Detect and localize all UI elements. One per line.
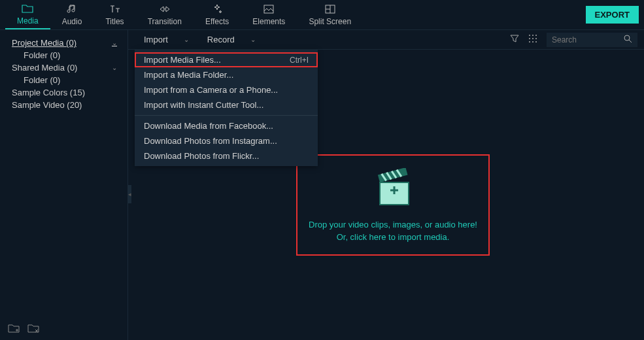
nav-transition[interactable]: Transition <box>136 1 194 29</box>
svg-point-8 <box>529 41 530 42</box>
chevron-down-icon: ⌄ <box>112 64 117 71</box>
media-drop-zone[interactable]: Drop your video clips, images, or audio … <box>296 154 490 256</box>
dropzone-text-1: Drop your video clips, images, or audio … <box>309 220 477 230</box>
chevron-down-icon: ⌄ <box>112 39 117 46</box>
search-icon[interactable] <box>624 35 632 45</box>
nav-label: Transition <box>148 17 182 26</box>
sidebar-label: Sample Video (20) <box>12 100 82 110</box>
search-input[interactable] <box>552 35 598 44</box>
menu-import-media-files[interactable]: Import Media Files... Ctrl+I <box>135 52 318 67</box>
svg-point-4 <box>535 35 537 36</box>
menu-shortcut: Ctrl+I <box>290 56 309 65</box>
sidebar-label: Folder (0) <box>24 50 60 60</box>
split-icon <box>325 3 335 15</box>
sidebar-label: Folder (0) <box>24 75 60 85</box>
nav-elements[interactable]: Elements <box>241 1 297 29</box>
import-button[interactable]: Import ⌄ <box>135 35 198 44</box>
nav-titles[interactable]: Titles <box>93 1 135 29</box>
svg-point-9 <box>532 41 534 42</box>
nav-media[interactable]: Media <box>5 0 50 29</box>
sidebar-label: Shared Media (0) <box>12 63 77 73</box>
svg-point-6 <box>532 38 534 39</box>
top-nav: Media Audio Titles Transition Effects El… <box>0 0 644 30</box>
nav-splitscreen[interactable]: Split Screen <box>297 1 363 29</box>
menu-label: Download Photos from Flickr... <box>144 151 259 161</box>
menu-import-camera[interactable]: Import from a Camera or a Phone... <box>135 82 318 97</box>
menu-label: Import from a Camera or a Phone... <box>144 85 278 95</box>
menu-import-media-folder[interactable]: Import a Media Folder... <box>135 67 318 82</box>
chevron-down-icon: ⌄ <box>250 36 256 43</box>
add-folder-icon[interactable] <box>8 324 20 335</box>
nav-audio[interactable]: Audio <box>50 1 94 29</box>
menu-download-instagram[interactable]: Download Photos from Instagram... <box>135 133 318 148</box>
svg-rect-0 <box>264 5 273 13</box>
sidebar-project-folder[interactable]: Folder (0) <box>0 49 127 61</box>
nav-label: Media <box>17 16 39 26</box>
menu-download-flickr[interactable]: Download Photos from Flickr... <box>135 148 318 163</box>
main: Project Media (0) ⌄ Folder (0) Shared Me… <box>0 30 644 340</box>
sidebar-shared-folder[interactable]: Folder (0) <box>0 74 127 86</box>
sidebar: Project Media (0) ⌄ Folder (0) Shared Me… <box>0 30 128 340</box>
content-area: Import ⌄ Record ⌄ <box>128 30 644 340</box>
toolbar-right <box>510 33 637 47</box>
menu-separator <box>135 115 318 116</box>
svg-point-11 <box>624 35 630 41</box>
sidebar-sample-video[interactable]: Sample Video (20) <box>0 99 127 111</box>
menu-label: Import with Instant Cutter Tool... <box>144 100 263 110</box>
search-box <box>547 33 637 47</box>
sidebar-shared-media[interactable]: Shared Media (0) ⌄ <box>0 61 127 74</box>
folder-icon <box>22 3 33 14</box>
button-label: Import <box>144 35 168 44</box>
music-icon <box>67 3 77 15</box>
sidebar-project-media[interactable]: Project Media (0) ⌄ <box>0 37 127 49</box>
menu-label: Download Media from Facebook... <box>144 121 273 131</box>
menu-download-facebook[interactable]: Download Media from Facebook... <box>135 118 318 133</box>
toolbar: Import ⌄ Record ⌄ <box>128 30 644 50</box>
svg-point-7 <box>535 38 537 39</box>
sidebar-label: Sample Colors (15) <box>12 88 85 97</box>
menu-label: Download Photos from Instagram... <box>144 136 277 146</box>
nav-effects[interactable]: Effects <box>194 1 241 29</box>
nav-label: Split Screen <box>309 17 351 26</box>
svg-point-10 <box>535 41 537 42</box>
button-label: Record <box>207 35 235 44</box>
clapperboard-icon <box>371 168 415 209</box>
nav-label: Elements <box>252 17 285 26</box>
menu-label: Import a Media Folder... <box>144 70 233 80</box>
remove-folder-icon[interactable] <box>27 324 39 335</box>
text-icon <box>110 3 120 15</box>
grid-icon[interactable] <box>528 34 537 45</box>
record-button[interactable]: Record ⌄ <box>198 35 265 44</box>
sidebar-sample-colors[interactable]: Sample Colors (15) <box>0 86 127 99</box>
nav-label: Titles <box>105 17 124 26</box>
menu-import-cutter[interactable]: Import with Instant Cutter Tool... <box>135 97 318 112</box>
svg-point-5 <box>529 38 530 39</box>
transition-icon <box>159 3 171 15</box>
chevron-down-icon: ⌄ <box>184 36 189 43</box>
nav-label: Audio <box>62 17 82 26</box>
sparkle-icon <box>212 3 222 15</box>
image-icon <box>263 3 274 15</box>
nav-label: Effects <box>205 17 229 26</box>
sidebar-bottom-actions <box>8 324 39 335</box>
menu-label: Import Media Files... <box>144 55 221 65</box>
sidebar-label: Project Media (0) <box>12 38 76 48</box>
svg-point-2 <box>529 35 530 36</box>
svg-point-3 <box>532 35 534 36</box>
import-dropdown: Import Media Files... Ctrl+I Import a Me… <box>135 50 318 166</box>
filter-icon[interactable] <box>510 34 519 45</box>
export-button[interactable]: EXPORT <box>586 6 639 24</box>
dropzone-text-2: Or, click here to import media. <box>337 232 450 242</box>
